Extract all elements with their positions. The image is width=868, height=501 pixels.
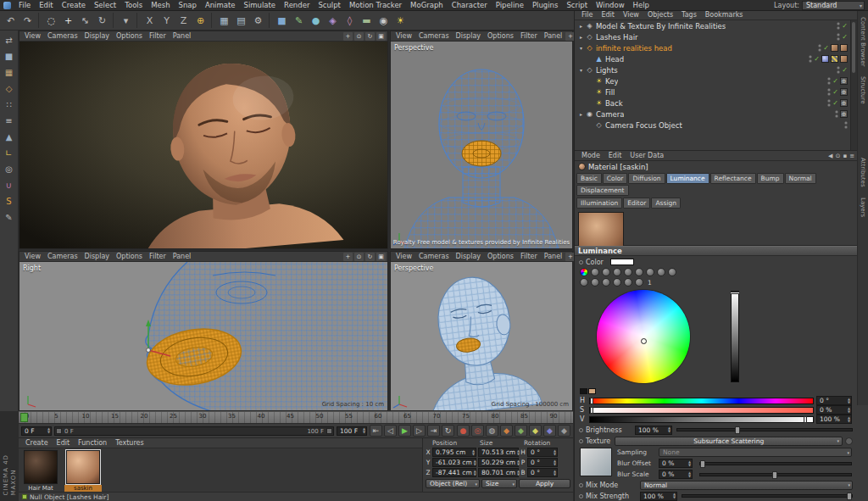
app-icon[interactable] xyxy=(3,2,11,9)
material-thumbnail[interactable] xyxy=(66,450,100,484)
rotation-b-field[interactable]: 0 ° xyxy=(527,468,558,477)
stepper-icon[interactable] xyxy=(474,470,476,476)
mix-strength-slider[interactable] xyxy=(682,494,853,498)
expander-icon[interactable]: ▸ xyxy=(577,111,585,117)
render-picture-viewer-icon[interactable]: ▤ xyxy=(233,13,249,29)
stepper-icon[interactable] xyxy=(848,416,850,422)
mix-mode-select[interactable]: Normal xyxy=(640,481,853,490)
autokeying-icon[interactable]: ◎ xyxy=(471,425,484,437)
target-tag-icon[interactable]: ⊕ xyxy=(840,110,848,118)
object-row-lights[interactable]: ▾◇Lights✓ xyxy=(575,64,850,75)
om-menu-edit[interactable]: Edit xyxy=(597,11,619,19)
menu-create[interactable]: Create xyxy=(58,1,90,9)
stepper-icon[interactable] xyxy=(688,460,691,466)
paint-icon[interactable]: ✎ xyxy=(2,210,17,224)
hsv-field-v[interactable]: 100 % xyxy=(816,415,852,424)
range-start-handle[interactable] xyxy=(56,428,62,434)
hsv-field-s[interactable]: 0 % xyxy=(816,405,852,415)
goto-start-button[interactable]: ⇤ xyxy=(370,425,382,437)
play-button[interactable]: ▶ xyxy=(398,425,411,437)
texture-tag-icon[interactable] xyxy=(840,55,848,63)
viewport-menu-filter[interactable]: Filter xyxy=(517,32,541,40)
last-tool-icon[interactable]: ▾ xyxy=(118,13,134,29)
slider-handle[interactable] xyxy=(735,426,740,434)
prev-frame-button[interactable]: ◁ xyxy=(384,425,397,437)
menu-mograph[interactable]: MoGraph xyxy=(406,1,448,9)
edges-mode-icon[interactable]: ≡ xyxy=(2,114,17,127)
object-row-model-texture-by-infinite-realities[interactable]: ▸◈Model & Texture By Infinite Realities✓ xyxy=(575,20,850,31)
render-view-icon[interactable]: ▦ xyxy=(216,13,232,29)
hsv-slider-s[interactable] xyxy=(589,407,814,414)
object-row-back[interactable]: ☀Back✓⊕ xyxy=(575,97,850,109)
stepper-icon[interactable] xyxy=(517,459,520,465)
tab-assign[interactable]: Assign xyxy=(651,198,681,209)
expander-icon[interactable]: ▸ xyxy=(577,34,585,40)
tab-reflectance[interactable]: Reflectance xyxy=(710,173,756,184)
points-mode-icon[interactable]: ∷ xyxy=(2,97,17,111)
picker-eyedropper-icon[interactable] xyxy=(580,278,588,287)
blur-offset-slider[interactable] xyxy=(699,462,852,465)
menu-pipeline[interactable]: Pipeline xyxy=(492,1,528,9)
tab-illumination[interactable]: Illumination xyxy=(576,198,622,209)
coord-mode-select[interactable]: Object (Rel) xyxy=(426,479,480,488)
slider-handle[interactable] xyxy=(590,398,593,404)
expander-icon[interactable]: ▾ xyxy=(577,45,585,51)
size-y-field[interactable]: 50.229 cm xyxy=(478,458,519,467)
playhead[interactable] xyxy=(20,413,28,422)
live-selection-icon[interactable]: ◌ xyxy=(43,13,59,29)
position-z-field[interactable]: -87.441 cm xyxy=(432,468,476,477)
picker-wheel-icon[interactable] xyxy=(580,268,588,276)
record-scale-icon[interactable]: ◆ xyxy=(515,425,527,437)
viewport-menu-options[interactable]: Options xyxy=(484,32,517,40)
loop-button[interactable]: ↻ xyxy=(442,425,454,437)
viewport-menu-view[interactable]: View xyxy=(392,253,415,260)
attr-menu-user-data[interactable]: User Data xyxy=(626,152,668,159)
materials-menu-textures[interactable]: Textures xyxy=(111,439,147,447)
menu-select[interactable]: Select xyxy=(90,1,120,9)
stepper-icon[interactable] xyxy=(673,493,676,498)
tab-color[interactable]: Color xyxy=(603,173,628,184)
pin-icon[interactable]: ⊙ xyxy=(836,153,841,159)
side-tab-attributes[interactable]: Attributes xyxy=(860,158,866,187)
phong-tag-icon[interactable] xyxy=(821,55,829,63)
redo-icon[interactable]: ↷ xyxy=(19,13,36,29)
range-end-handle[interactable] xyxy=(326,428,332,434)
viewport-menu-panel[interactable]: Panel xyxy=(170,32,195,40)
preview-range-slider[interactable]: 0 F 100 F xyxy=(54,426,334,436)
viewport-menu-panel[interactable]: Panel xyxy=(170,253,195,260)
lock-y-axis-icon[interactable]: Y xyxy=(159,13,175,29)
animation-dot-icon[interactable] xyxy=(579,439,583,443)
om-menu-view[interactable]: View xyxy=(619,11,643,19)
end-frame-field[interactable]: 100 F xyxy=(337,426,367,436)
visibility-dots-icon[interactable] xyxy=(827,99,831,107)
workplane-mode-icon[interactable]: ◇ xyxy=(2,81,17,95)
toggle-view-icon[interactable]: ▣ xyxy=(376,253,386,261)
stepper-icon[interactable] xyxy=(474,459,476,465)
visibility-dots-icon[interactable] xyxy=(827,88,831,96)
viewport-menu-cameras[interactable]: Cameras xyxy=(415,32,453,40)
material-thumbnail[interactable] xyxy=(24,450,58,484)
material-saskin[interactable]: saskin xyxy=(64,450,102,492)
viewport-menu-view[interactable]: View xyxy=(21,32,44,40)
render-settings-icon[interactable]: ⚙ xyxy=(250,13,266,29)
viewport-right-wireframe[interactable]: ViewCamerasDisplayOptionsFilterPanel +⊙↻… xyxy=(19,251,388,411)
viewport-menu-view[interactable]: View xyxy=(21,253,44,260)
rotation-h-field[interactable]: 0 ° xyxy=(527,448,558,457)
menu-window[interactable]: Window xyxy=(592,1,629,9)
texture-options-icon[interactable] xyxy=(845,437,853,445)
tab-displacement[interactable]: Displacement xyxy=(576,185,629,196)
add-primitive-cube-icon[interactable]: ■ xyxy=(274,13,290,29)
viewport-menu-cameras[interactable]: Cameras xyxy=(44,253,81,260)
expander-icon[interactable]: ▸ xyxy=(577,23,585,29)
brightness-field[interactable]: 100 % xyxy=(635,426,672,435)
om-menu-tags[interactable]: Tags xyxy=(677,11,701,19)
tab-luminance[interactable]: Luminance xyxy=(666,173,709,184)
om-menu-objects[interactable]: Objects xyxy=(643,11,677,19)
brightness-slider[interactable] xyxy=(676,428,853,431)
menu-character[interactable]: Character xyxy=(448,1,492,9)
viewport-menu-cameras[interactable]: Cameras xyxy=(415,253,453,260)
slider-handle[interactable] xyxy=(590,407,593,414)
lock-z-axis-icon[interactable]: Z xyxy=(175,13,192,29)
object-row-camera[interactable]: ▸◉Camera⊕ xyxy=(575,109,850,120)
viewport-menu-display[interactable]: Display xyxy=(453,253,485,260)
